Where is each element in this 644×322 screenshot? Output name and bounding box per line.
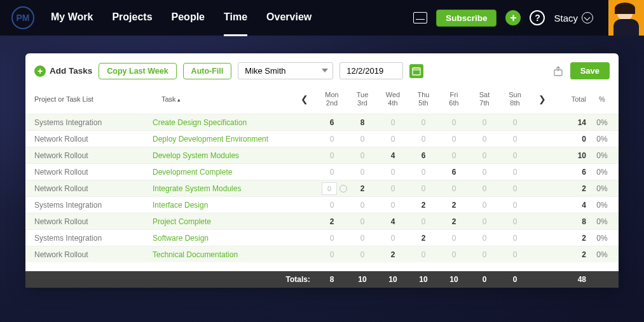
auto-fill-button[interactable]: Auto-Fill xyxy=(183,63,232,79)
hours-cell[interactable]: 8 xyxy=(347,118,378,127)
copy-last-week-button[interactable]: Copy Last Week xyxy=(99,63,176,79)
task-link[interactable]: Technical Documentation xyxy=(153,250,292,259)
hours-cell[interactable]: 0 xyxy=(469,168,500,177)
hours-cell[interactable]: 0 xyxy=(439,135,469,144)
subscribe-button[interactable]: Subscribe xyxy=(436,10,497,27)
hours-cell[interactable]: 0 xyxy=(469,217,500,226)
hours-cell[interactable]: 0 xyxy=(347,201,378,210)
person-select[interactable]: Mike Smith xyxy=(238,62,333,79)
hours-cell[interactable]: 0 xyxy=(469,234,500,243)
hours-cell[interactable]: 0 xyxy=(317,250,347,259)
hours-cell[interactable]: 2 xyxy=(347,184,378,193)
task-link[interactable]: Software Design xyxy=(153,234,292,243)
hours-cell[interactable]: 0 xyxy=(439,118,469,127)
nav-time[interactable]: Time xyxy=(224,11,247,36)
task-link[interactable]: Deploy Development Environment xyxy=(153,135,292,144)
date-input[interactable] xyxy=(339,62,403,79)
hours-cell[interactable]: 0 xyxy=(317,168,347,177)
hours-cell[interactable]: 0 xyxy=(408,118,439,127)
hours-cell[interactable]: 0 xyxy=(378,168,408,177)
hours-cell[interactable]: 2 xyxy=(439,201,469,210)
hours-cell[interactable]: 6 xyxy=(408,151,439,160)
user-menu[interactable]: Stacy xyxy=(554,12,593,23)
hours-cell[interactable]: 2 xyxy=(439,217,469,226)
hours-cell[interactable]: 0 xyxy=(317,234,347,243)
hours-cell[interactable]: 0 xyxy=(439,250,469,259)
col-project[interactable]: Project or Task List xyxy=(25,95,153,103)
hours-cell[interactable]: 0 xyxy=(408,168,439,177)
hours-cell[interactable]: 0 xyxy=(317,151,347,160)
hours-cell[interactable]: 0 xyxy=(317,135,347,144)
hours-cell[interactable]: 2 xyxy=(378,250,408,259)
hours-cell[interactable]: 2 xyxy=(317,217,347,226)
hours-cell[interactable]: 0 xyxy=(500,168,530,177)
hours-cell[interactable]: 0 xyxy=(439,184,469,193)
hours-cell[interactable]: 0 xyxy=(347,168,378,177)
share-icon[interactable] xyxy=(552,65,564,77)
timer-icon[interactable] xyxy=(339,185,347,192)
task-link[interactable]: Integrate System Modules xyxy=(153,184,292,193)
hours-cell[interactable]: 0 xyxy=(500,217,530,226)
help-icon[interactable]: ? xyxy=(530,10,545,25)
total-day-6: 0 xyxy=(500,275,530,284)
hours-cell[interactable]: 0 xyxy=(378,234,408,243)
hours-cell[interactable]: 0 xyxy=(347,135,378,144)
prev-week-button[interactable]: ❮ xyxy=(292,94,317,104)
hours-cell[interactable]: 2 xyxy=(408,201,439,210)
hours-cell[interactable]: 2 xyxy=(408,234,439,243)
hours-cell[interactable]: 6 xyxy=(439,168,469,177)
nav-overview[interactable]: Overview xyxy=(266,11,312,36)
hours-cell[interactable]: 4 xyxy=(378,217,408,226)
nav-projects[interactable]: Projects xyxy=(112,11,152,36)
presentation-icon[interactable] xyxy=(413,12,427,23)
save-button[interactable]: Save xyxy=(570,62,610,79)
hours-cell[interactable]: 0 xyxy=(500,184,530,193)
avatar[interactable] xyxy=(608,0,644,36)
hours-cell[interactable]: 0 xyxy=(347,234,378,243)
hours-cell[interactable]: 0 xyxy=(500,151,530,160)
hours-cell[interactable]: 0 xyxy=(469,250,500,259)
hours-cell[interactable]: 0 xyxy=(469,151,500,160)
hours-cell[interactable]: 0 xyxy=(469,184,500,193)
hours-cell[interactable]: 0 xyxy=(500,250,530,259)
nav-people[interactable]: People xyxy=(172,11,205,36)
hours-cell[interactable]: 0 xyxy=(439,234,469,243)
task-link[interactable]: Development Complete xyxy=(153,168,292,177)
task-link[interactable]: Create Design Specification xyxy=(153,118,292,127)
hours-cell[interactable]: 4 xyxy=(378,151,408,160)
nav-my-work[interactable]: My Work xyxy=(51,11,93,36)
hours-input[interactable] xyxy=(322,182,337,195)
hours-cell[interactable]: 0 xyxy=(347,151,378,160)
hours-cell[interactable]: 0 xyxy=(500,135,530,144)
hours-cell[interactable]: 0 xyxy=(469,118,500,127)
col-task[interactable]: Task xyxy=(153,95,292,103)
add-icon[interactable]: + xyxy=(505,10,521,25)
hours-cell[interactable]: 0 xyxy=(378,135,408,144)
hours-cell[interactable]: 0 xyxy=(500,118,530,127)
task-link[interactable]: Develop System Modules xyxy=(153,151,292,160)
hours-cell[interactable]: 0 xyxy=(408,184,439,193)
hours-cell[interactable]: 6 xyxy=(317,118,347,127)
hours-cell[interactable]: 0 xyxy=(378,184,408,193)
hours-cell[interactable]: 0 xyxy=(408,250,439,259)
project-cell: Network Rollout xyxy=(25,250,153,259)
hours-cell[interactable]: 0 xyxy=(317,201,347,210)
task-link[interactable]: Interface Design xyxy=(153,201,292,210)
hours-cell[interactable]: 0 xyxy=(469,201,500,210)
hours-cell[interactable]: 0 xyxy=(500,201,530,210)
next-week-button[interactable]: ❯ xyxy=(530,94,554,104)
calendar-icon[interactable] xyxy=(409,64,423,78)
add-tasks-button[interactable]: + Add Tasks xyxy=(34,65,92,77)
hours-cell[interactable]: 0 xyxy=(469,135,500,144)
task-link[interactable]: Project Complete xyxy=(153,217,292,226)
app-logo: PM xyxy=(11,6,34,29)
total-day-2: 10 xyxy=(378,275,408,284)
hours-cell[interactable]: 0 xyxy=(347,217,378,226)
hours-cell[interactable]: 0 xyxy=(408,217,439,226)
hours-cell[interactable]: 0 xyxy=(347,250,378,259)
hours-cell[interactable]: 0 xyxy=(500,234,530,243)
hours-cell[interactable]: 0 xyxy=(378,201,408,210)
hours-cell[interactable]: 0 xyxy=(408,135,439,144)
hours-cell[interactable]: 0 xyxy=(378,118,408,127)
hours-cell[interactable]: 0 xyxy=(439,151,469,160)
